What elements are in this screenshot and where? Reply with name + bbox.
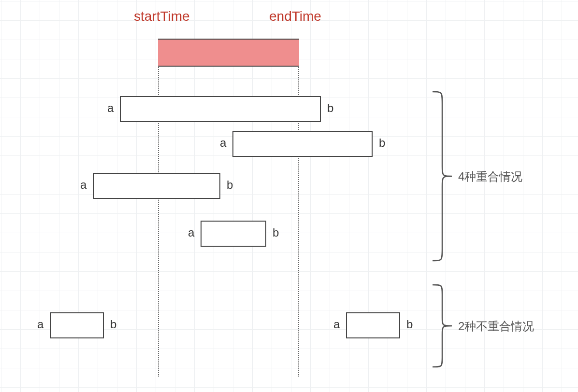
overlap-case-contains <box>120 96 321 122</box>
diagram-stage: startTime endTime a b a b a b a b a b a … <box>0 0 578 392</box>
overlap-case-contained-b: b <box>273 226 279 239</box>
overlap-case-right-a: a <box>220 136 226 150</box>
overlap-group-label: 4种重合情况 <box>458 169 522 184</box>
nonoverlap-case-before <box>50 312 104 338</box>
overlap-case-left-a: a <box>80 178 87 192</box>
end-time-label: endTime <box>269 9 321 24</box>
start-time-label: startTime <box>134 9 190 24</box>
overlap-case-contains-a: a <box>107 101 114 115</box>
overlap-case-left <box>93 173 220 199</box>
brace-overlap-icon <box>430 92 454 261</box>
nonoverlap-case-after-a: a <box>333 318 340 331</box>
nonoverlap-case-after <box>346 312 400 338</box>
overlap-case-left-b: b <box>227 178 233 192</box>
overlap-case-contained-a: a <box>188 226 194 239</box>
start-time-guideline <box>158 39 159 377</box>
nonoverlap-case-after-b: b <box>406 318 413 331</box>
overlap-case-contained <box>201 221 266 247</box>
reference-interval <box>158 39 299 67</box>
nonoverlap-case-before-a: a <box>37 318 43 331</box>
brace-nonoverlap-icon <box>430 285 454 367</box>
overlap-case-contains-b: b <box>327 101 333 115</box>
nonoverlap-case-before-b: b <box>110 318 116 331</box>
nonoverlap-group-label: 2种不重合情况 <box>458 319 534 334</box>
overlap-case-right <box>232 131 373 157</box>
overlap-case-right-b: b <box>379 136 385 150</box>
end-time-guideline <box>298 39 299 377</box>
